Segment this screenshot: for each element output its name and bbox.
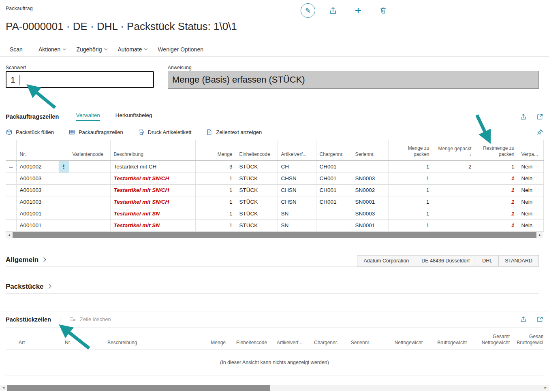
cell-verpackung[interactable]: Nein [518, 208, 543, 219]
row-menu-cell[interactable] [59, 208, 69, 219]
zeile-loeschen-button[interactable]: Zeile löschen [69, 316, 111, 323]
cell-chargennr[interactable]: CH001 [316, 173, 352, 184]
cell-seriennr[interactable]: SN0001 [352, 196, 388, 208]
cell-variantencode[interactable] [69, 184, 110, 196]
cell-beschreibung[interactable]: Testartikel mit SN [110, 219, 195, 231]
cell-menge-zu-packen[interactable]: 1 [388, 160, 433, 173]
pack-order-line-row[interactable]: → A001002 ⋮ Testartikel mit CH 3 STÜCK C… [6, 160, 543, 173]
col-menge-zu-packen[interactable]: Menge zu packen [388, 140, 433, 160]
cell-nr[interactable]: A001001 [16, 208, 59, 219]
cell-seriennr[interactable]: SN0002 [352, 184, 388, 196]
cell-artikelverfolgung[interactable]: SN [278, 208, 316, 219]
col-restmenge-zu-packen[interactable]: Restmenge zu packen [475, 140, 518, 160]
col-chargennr[interactable]: Chargennr. [316, 140, 352, 160]
cell-beschreibung[interactable]: Testartikel mit CH [110, 160, 195, 173]
col-seriennr[interactable]: Seriennr. [352, 140, 388, 160]
cell-einheitencode[interactable]: STÜCK [236, 196, 278, 208]
cell-menge-zu-packen[interactable]: 1 [388, 196, 433, 208]
share-button[interactable] [326, 3, 340, 18]
pack-order-line-row[interactable]: A001003 Testartikel mit SN/CH 1 STÜCK CH… [6, 196, 543, 208]
cell-nr[interactable]: A001002 [16, 160, 59, 173]
fasttab-summary-chip[interactable]: STANDARD [498, 255, 539, 266]
cell-menge[interactable]: 1 [195, 184, 236, 196]
cell-nr[interactable]: A001003 [16, 173, 59, 184]
druck-artikeletikett-button[interactable]: Druck Artikeletikett [138, 129, 192, 136]
cell-beschreibung[interactable]: Testartikel mit SN [110, 208, 195, 219]
open-in-new-window-button[interactable] [536, 316, 543, 323]
cell-artikelverfolgung[interactable]: CHSN [278, 173, 316, 184]
open-in-new-window-button[interactable] [536, 113, 543, 120]
row-menu-cell[interactable] [59, 184, 69, 196]
cell-menge-zu-packen[interactable]: 1 [388, 219, 433, 231]
cell-chargennr[interactable] [316, 219, 352, 231]
cell-menge[interactable]: 1 [195, 173, 236, 184]
menu-item-weniger-optionen[interactable]: Weniger Optionen [158, 46, 203, 53]
fasttab-allgemein-toggle[interactable]: Allgemein [6, 256, 45, 266]
cell-beschreibung[interactable]: Testartikel mit SN/CH [110, 196, 195, 208]
tab-herkunftsbeleg[interactable]: Herkunftsbeleg [115, 112, 152, 121]
cell-restmenge-zu-packen[interactable]: 1 [475, 184, 518, 196]
cell-nr[interactable]: A001003 [16, 184, 59, 196]
scroll-right-button[interactable]: ► [542, 385, 549, 391]
col-nr[interactable]: Nr. [16, 140, 59, 160]
cell-restmenge-zu-packen[interactable]: 1 [475, 160, 518, 173]
cell-menge[interactable]: 3 [195, 160, 236, 173]
cell-menge[interactable]: 1 [195, 196, 236, 208]
cell-menge-gepackt[interactable] [433, 219, 475, 231]
col-verpackung[interactable]: Verpa... [518, 140, 543, 160]
cell-menge-gepackt[interactable] [433, 208, 475, 219]
share-section-button[interactable] [520, 113, 527, 120]
col-menge[interactable]: Menge [195, 140, 236, 160]
row-menu-cell[interactable]: ⋮ [59, 160, 69, 173]
cell-seriennr[interactable]: SN0003 [352, 208, 388, 219]
cell-artikelverfolgung[interactable]: SN [278, 219, 316, 231]
cell-menge-gepackt[interactable] [433, 196, 475, 208]
menu-item-scan[interactable]: Scan [10, 46, 23, 53]
pin-pane-button[interactable] [536, 129, 543, 136]
cell-verpackung[interactable]: Nein [518, 219, 543, 231]
cell-artikelverfolgung[interactable]: CHSN [278, 196, 316, 208]
row-menu-cell[interactable] [59, 196, 69, 208]
cell-menge-gepackt[interactable]: 2 [433, 160, 475, 173]
scroll-left-button[interactable]: ◄ [6, 232, 13, 238]
cell-beschreibung[interactable]: Testartikel mit SN/CH [110, 184, 195, 196]
cell-beschreibung[interactable]: Testartikel mit SN/CH [110, 173, 195, 184]
cell-variantencode[interactable] [69, 160, 110, 173]
page-horizontal-scrollbar[interactable]: ◄ ► [0, 385, 549, 391]
cell-restmenge-zu-packen[interactable]: 1 [475, 208, 518, 219]
cell-restmenge-zu-packen[interactable]: 1 [475, 219, 518, 231]
pack-order-line-row[interactable]: A001003 Testartikel mit SN/CH 1 STÜCK CH… [6, 184, 543, 196]
cell-restmenge-zu-packen[interactable]: 1 [475, 173, 518, 184]
fasttab-summary-chip[interactable]: DE 48436 Düsseldorf [415, 255, 476, 266]
scroll-right-button[interactable]: ► [536, 232, 543, 238]
cell-variantencode[interactable] [69, 196, 110, 208]
cell-artikelverfolgung[interactable]: CH [278, 160, 316, 173]
col-menge-gepackt[interactable]: Menge gepackt↓ [433, 140, 475, 160]
cell-seriennr[interactable]: SN0003 [352, 173, 388, 184]
edit-button[interactable]: ✎ [301, 3, 315, 18]
cell-chargennr[interactable] [316, 208, 352, 219]
cell-variantencode[interactable] [69, 219, 110, 231]
cell-menge-gepackt[interactable] [433, 184, 475, 196]
col-variantencode[interactable]: Variantencode [69, 140, 110, 160]
scrollbar-track[interactable] [270, 385, 542, 391]
cell-menge-zu-packen[interactable]: 1 [388, 173, 433, 184]
cell-einheitencode[interactable]: STÜCK [236, 219, 278, 231]
cell-menge[interactable]: 1 [195, 219, 236, 231]
cell-nr[interactable]: A001001 [16, 219, 59, 231]
row-menu-cell[interactable] [59, 173, 69, 184]
cell-einheitencode[interactable]: STÜCK [236, 173, 278, 184]
row-menu-cell[interactable] [59, 219, 69, 231]
col-artikelverfolgung[interactable]: Artikelverf... [278, 140, 316, 160]
col-einheitencode[interactable]: Einheitencode [236, 140, 278, 160]
cell-einheitencode[interactable]: STÜCK [236, 208, 278, 219]
cell-chargennr[interactable]: CH001 [316, 196, 352, 208]
cell-verpackung[interactable]: Nein [518, 173, 543, 184]
pack-order-line-row[interactable]: A001001 Testartikel mit SN 1 STÜCK SN SN… [6, 219, 543, 231]
cell-verpackung[interactable]: Nein [518, 184, 543, 196]
lines-horizontal-scrollbar[interactable]: ◄ ► [6, 232, 543, 238]
cell-menge-zu-packen[interactable]: 1 [388, 208, 433, 219]
cell-variantencode[interactable] [69, 208, 110, 219]
scrollbar-thumb[interactable] [13, 232, 536, 238]
cell-chargennr[interactable]: CH001 [316, 160, 352, 173]
